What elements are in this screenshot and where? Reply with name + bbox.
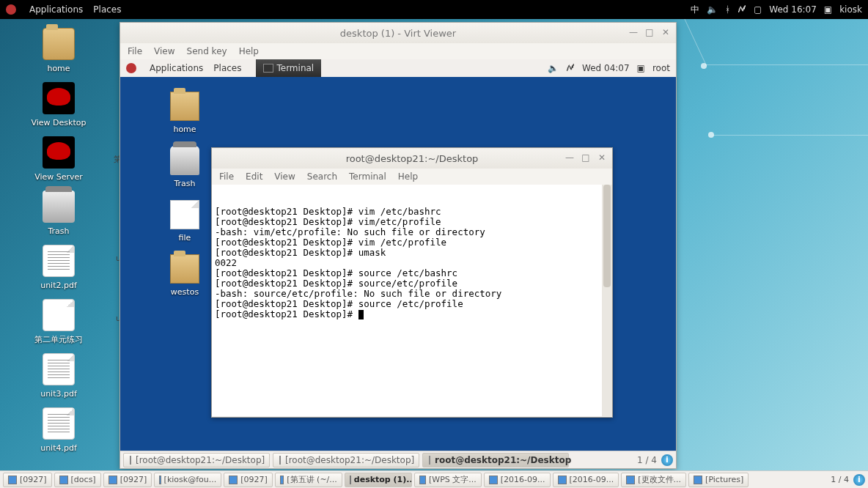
volume-icon[interactable]: 🔈 [707,4,718,15]
host-taskbar-button[interactable]: [kiosk@fou... [154,473,221,487]
term-menu-help[interactable]: Help [398,171,418,182]
terminal-window: root@desktop21:~/Desktop — □ ✕ File Edit… [211,147,613,418]
guest-icon-file[interactable]: file [155,200,214,243]
host-user[interactable]: kiosk [839,4,862,15]
host-taskbar-button[interactable]: [docs] [54,473,101,487]
host-taskbar-button[interactable]: [2016-09... [484,473,551,487]
app-icon [558,476,567,484]
host-taskbar-label: [WPS 文字... [429,474,477,485]
terminal-scrollbar-thumb[interactable] [603,185,611,287]
host-taskbar-button[interactable]: [0927] [3,473,52,487]
app-icon [350,476,351,484]
terminal-titlebar[interactable]: root@desktop21:~/Desktop — □ ✕ [212,148,612,169]
host-icon-view-server[interactable]: View Server [25,136,92,182]
virt-menu-view[interactable]: View [154,46,174,56]
host-taskbar-button[interactable]: [第五讲 (~/... [275,473,342,487]
host-taskbar-button[interactable]: [更改文件... [621,473,686,487]
host-icon-unit3[interactable]: unit3.pdf [25,353,92,399]
guest-user[interactable]: root [652,63,670,73]
host-taskbar-label: [Pictures] [705,475,743,484]
host-taskbar-label: [0927] [20,475,47,484]
term-minimize-button[interactable]: — [562,151,577,164]
virt-menu-sendkey[interactable]: Send key [187,46,227,56]
terminal-output[interactable]: [root@desktop21 Desktop]# vim /etc/bashr… [212,185,612,416]
guest-top-panel: Applications Places Terminal 🔈 🗲 Wed 04:… [120,59,676,77]
term-menu-file[interactable]: File [219,171,234,182]
guest-volume-icon[interactable]: 🔈 [548,63,559,73]
guest-icon-westos[interactable]: westos [155,254,214,297]
terminal-icon [279,456,281,465]
host-taskbar-button[interactable]: [WPS 文字... [414,473,482,487]
app-icon [694,476,702,484]
app-icon [229,476,238,484]
guest-taskbar-button[interactable]: root@desktop21:~/Desktop [422,453,569,467]
guest-menu-applications[interactable]: Applications [150,63,203,73]
guest-taskbar-label: root@desktop21:~/Desktop [435,455,571,465]
guest-wallpaper: home Trash file westos root@desktop21:~/… [120,77,676,451]
host-menu-applications[interactable]: Applications [29,4,83,15]
host-taskbar-button[interactable]: [0927] [224,473,273,487]
host-taskbar-button[interactable]: [0927] [103,473,152,487]
host-taskbar-label: [kiosk@fou... [164,475,217,484]
term-menu-search[interactable]: Search [307,171,337,182]
term-menu-terminal[interactable]: Terminal [349,171,386,182]
guest-terminal-tab[interactable]: Terminal [256,59,321,77]
virt-menu-file[interactable]: File [128,46,142,56]
close-button[interactable]: ✕ [658,26,673,39]
guest-battery-icon[interactable]: 🗲 [566,63,575,73]
guest-icon-trash[interactable]: Trash [155,146,214,188]
guest-logo-icon [126,63,139,74]
guest-menu-places[interactable]: Places [213,63,241,73]
chat-icon[interactable]: ▣ [824,4,832,15]
term-maximize-button[interactable]: □ [578,151,593,164]
virt-viewer-menubar: File View Send key Help [120,43,676,59]
host-logo-icon [6,4,19,15]
host-taskbar-button[interactable]: [2016-09... [553,473,619,487]
app-icon [59,476,68,484]
minimize-button[interactable]: — [626,26,641,39]
battery-icon[interactable]: 🗲 [738,4,746,15]
host-icon-unit3-label: unit3.pdf [40,389,77,399]
terminal-cursor [358,310,364,319]
virt-menu-help[interactable]: Help [239,46,259,56]
app-icon [419,476,426,484]
host-icon-home-label: home [47,64,70,73]
host-workspace-switcher[interactable]: 1 / 4 i [831,474,865,486]
host-info-icon[interactable]: i [853,474,865,486]
terminal-title: root@desktop21:~/Desktop [346,153,479,164]
host-icon-home[interactable]: home [25,28,92,73]
host-icon-view-desktop[interactable]: View Desktop [25,82,92,127]
maximize-button[interactable]: □ [642,26,657,39]
host-icon-unit2[interactable]: unit2.pdf [25,245,92,290]
terminal-scrollbar[interactable] [602,185,612,416]
host-icon-unit4[interactable]: unit4.pdf [25,407,92,453]
term-menu-edit[interactable]: Edit [246,171,262,182]
host-clock[interactable]: Wed 16:07 [769,4,817,15]
term-close-button[interactable]: ✕ [595,151,609,164]
host-icon-trash[interactable]: Trash [25,191,92,236]
virt-viewer-window: desktop (1) - Virt Viewer — □ ✕ File Vie… [119,22,677,469]
info-icon[interactable]: i [661,454,673,466]
guest-clock[interactable]: Wed 04:07 [582,63,630,73]
guest-icon-home-label: home [173,125,196,134]
terminal-line: [root@desktop21 Desktop]# umask [215,248,609,258]
term-menu-view[interactable]: View [274,171,295,182]
host-taskbar-label: [docs] [71,475,96,484]
host-taskbar-label: [0927] [240,475,268,484]
ime-indicator[interactable]: 中 [691,4,699,16]
guest-icon-home[interactable]: home [155,92,214,134]
host-icon-second-unit[interactable]: 第二单元练习 [25,299,92,345]
guest-taskbar-button[interactable]: [root@desktop21:~/Desktop] [123,453,270,467]
display-icon[interactable]: ▢ [754,4,762,15]
host-icon-view-desktop-label: View Desktop [32,118,87,127]
host-taskbar-button[interactable]: desktop (1)... [345,473,412,487]
virt-viewer-titlebar[interactable]: desktop (1) - Virt Viewer — □ ✕ [120,23,676,43]
guest-chat-icon[interactable]: ▣ [637,63,645,73]
host-menu-places[interactable]: Places [93,4,121,15]
app-icon [489,476,498,484]
host-icon-view-server-label: View Server [34,172,83,182]
guest-workspace-switcher[interactable]: 1 / 4 i [637,454,673,466]
bluetooth-icon[interactable]: ᚼ [725,4,730,15]
host-taskbar-button[interactable]: [Pictures] [688,473,749,487]
guest-taskbar-button[interactable]: [root@desktop21:~/Desktop] [273,453,419,467]
